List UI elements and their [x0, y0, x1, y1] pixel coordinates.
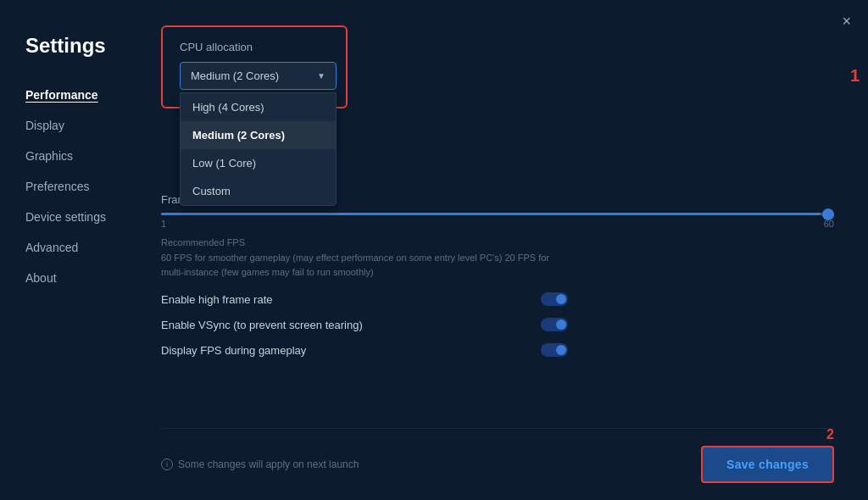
footer-note: i Some changes will apply on next launch — [161, 458, 359, 470]
main-content: × CPU allocation Medium (2 Cores) ▼ High… — [136, 0, 868, 500]
recommended-fps-section: Recommended FPS 60 FPS for smoother game… — [161, 237, 834, 279]
sidebar: Settings Performance Display Graphics Pr… — [0, 0, 136, 500]
cpu-option-low[interactable]: Low (1 Core) — [181, 149, 336, 177]
sidebar-item-performance[interactable]: Performance — [25, 81, 136, 108]
toggle-high-framerate-label: Enable high frame rate — [161, 293, 273, 306]
cpu-option-high[interactable]: High (4 Cores) — [181, 93, 336, 121]
sidebar-item-graphics[interactable]: Graphics — [25, 142, 136, 169]
slider-min: 1 — [161, 219, 166, 229]
sidebar-item-about[interactable]: About — [25, 264, 136, 292]
footer-note-text: Some changes will apply on next launch — [178, 458, 359, 470]
slider-thumb[interactable] — [822, 208, 834, 220]
toggle-thumb-fps-display — [556, 345, 566, 355]
frame-rate-slider-container: 1 60 — [161, 213, 834, 229]
settings-title: Settings — [25, 34, 136, 58]
sidebar-item-device-settings[interactable]: Device settings — [25, 203, 136, 231]
toggle-row-fps-display: Display FPS during gameplay — [161, 343, 568, 357]
settings-container: Settings Performance Display Graphics Pr… — [0, 0, 868, 500]
sidebar-item-preferences[interactable]: Preferences — [25, 173, 136, 200]
cpu-option-custom[interactable]: Custom — [181, 177, 336, 205]
slider-max: 60 — [824, 219, 834, 229]
sidebar-item-advanced[interactable]: Advanced — [25, 234, 136, 261]
footer: i Some changes will apply on next launch… — [161, 428, 834, 483]
toggle-row-high-framerate: Enable high frame rate — [161, 292, 568, 306]
chevron-down-icon: ▼ — [317, 71, 326, 81]
slider-labels: 1 60 — [161, 219, 834, 229]
toggle-fps-display[interactable] — [541, 343, 568, 357]
slider-fill — [161, 213, 821, 215]
info-icon: i — [161, 458, 173, 470]
cpu-dropdown-selected[interactable]: Medium (2 Cores) ▼ — [180, 62, 337, 90]
save-btn-wrapper: 2 Save changes — [701, 446, 834, 483]
toggle-fps-display-label: Display FPS during gameplay — [161, 344, 306, 357]
cpu-dropdown-wrapper: Medium (2 Cores) ▼ High (4 Cores) Medium… — [180, 62, 329, 90]
frame-rate-section: Frame rate : 60 1 60 Recommended FPS 60 … — [161, 193, 834, 369]
toggle-row-vsync: Enable VSync (to prevent screen tearing) — [161, 318, 568, 331]
recommended-fps-title: Recommended FPS — [161, 237, 834, 247]
cpu-selected-value: Medium (2 Cores) — [191, 69, 279, 82]
toggle-high-framerate[interactable] — [541, 292, 568, 306]
recommended-fps-text: 60 FPS for smoother gameplay (may effect… — [161, 251, 568, 279]
annotation-2: 2 — [826, 427, 834, 442]
close-button[interactable]: × — [842, 13, 851, 31]
cpu-allocation-label: CPU allocation — [180, 41, 329, 53]
save-changes-button[interactable]: Save changes — [701, 446, 834, 483]
toggle-vsync-label: Enable VSync (to prevent screen tearing) — [161, 319, 363, 331]
annotation-1: 1 — [850, 66, 860, 86]
sidebar-item-display[interactable]: Display — [25, 112, 136, 139]
cpu-option-medium[interactable]: Medium (2 Cores) — [181, 121, 336, 149]
toggle-thumb-vsync — [556, 319, 566, 330]
cpu-dropdown-menu: High (4 Cores) Medium (2 Cores) Low (1 C… — [180, 92, 337, 206]
toggle-vsync[interactable] — [541, 318, 568, 331]
toggle-thumb-high-framerate — [556, 294, 566, 304]
slider-track — [161, 213, 834, 215]
cpu-allocation-section: CPU allocation Medium (2 Cores) ▼ High (… — [161, 25, 348, 108]
